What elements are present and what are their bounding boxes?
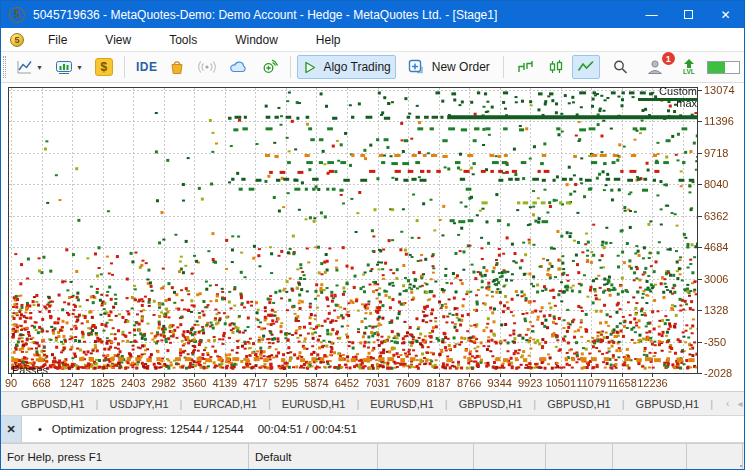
ide-label: IDE bbox=[136, 60, 158, 74]
y-tick-mark bbox=[698, 184, 702, 185]
menu-item-help[interactable]: Help bbox=[306, 30, 351, 50]
scroll-left-icon[interactable]: ◂ bbox=[737, 398, 742, 409]
menu-item-view[interactable]: View bbox=[95, 30, 141, 50]
close-button[interactable]: ✕ bbox=[707, 1, 744, 28]
tab-separator: | bbox=[445, 398, 448, 410]
profiles-icon bbox=[55, 59, 73, 75]
x-tick-label: 7609 bbox=[391, 377, 425, 389]
algo-trading-button[interactable]: Algo Trading bbox=[297, 55, 395, 79]
x-tick-label: 11079 bbox=[574, 377, 608, 389]
x-tick-label: 11658 bbox=[605, 377, 639, 389]
y-tick-mark bbox=[698, 121, 702, 122]
tab-eurcad-h1-2[interactable]: EURCAD,H1 bbox=[191, 396, 259, 412]
x-tick-label: 2403 bbox=[116, 377, 150, 389]
status-cell-2 bbox=[378, 444, 474, 469]
x-tick-label: 7031 bbox=[361, 377, 395, 389]
tab-gbpusd-h1-0[interactable]: GBPUSD,H1 bbox=[19, 396, 87, 412]
maximize-button[interactable] bbox=[670, 1, 707, 28]
x-tick-label: 10501 bbox=[544, 377, 578, 389]
user-account-button[interactable]: 1 bbox=[641, 55, 669, 79]
tab-usdjpy-h1-1[interactable]: USDJPY,H1 bbox=[107, 396, 170, 412]
tab-separator: | bbox=[622, 398, 625, 410]
optimization-scatter-canvas[interactable] bbox=[9, 88, 697, 373]
menu-item-tools[interactable]: Tools bbox=[159, 30, 207, 50]
x-tick-mark bbox=[500, 374, 501, 377]
x-tick-label: 5874 bbox=[299, 377, 333, 389]
toolbar: ▼ ▼ $ IDE bbox=[1, 52, 744, 83]
tab-gbpusd-h1-5[interactable]: GBPUSD,H1 bbox=[457, 396, 525, 412]
deposit-button[interactable]: $ bbox=[90, 55, 118, 79]
signals-button[interactable] bbox=[192, 55, 222, 79]
x-tick-label: 3560 bbox=[177, 377, 211, 389]
level-button[interactable]: LVL bbox=[678, 55, 700, 79]
x-tick-mark bbox=[225, 374, 226, 377]
title-bar: 5 5045719636 - MetaQuotes-Demo: Demo Acc… bbox=[1, 1, 744, 28]
community-plus-icon bbox=[261, 59, 279, 75]
legend-custom-max-line bbox=[638, 98, 697, 101]
menu-bar: 5 FileViewToolsWindowHelp bbox=[1, 28, 744, 52]
y-tick-mark bbox=[698, 153, 702, 154]
resize-grip[interactable] bbox=[740, 465, 742, 467]
status-cell-0: For Help, press F1 bbox=[1, 444, 249, 469]
candle-chart-icon bbox=[547, 59, 565, 75]
notification-badge: 1 bbox=[662, 52, 675, 65]
profiles-button[interactable]: ▼ bbox=[50, 55, 88, 79]
minimize-button[interactable]: — bbox=[633, 1, 670, 28]
tab-eurusd-h1-3[interactable]: EURUSD,H1 bbox=[280, 396, 348, 412]
journal-progress-row: ✕ • Optimization progress: 12544 / 12544… bbox=[1, 416, 744, 443]
x-tick-mark bbox=[469, 374, 470, 377]
menu-item-file[interactable]: File bbox=[38, 30, 77, 50]
community-button[interactable] bbox=[256, 55, 284, 79]
close-panel-button[interactable]: ✕ bbox=[1, 416, 22, 442]
ide-button[interactable]: IDE bbox=[131, 55, 163, 79]
candle-chart-button[interactable] bbox=[542, 55, 570, 79]
tab-eurusd-h1-4[interactable]: EURUSD,H1 bbox=[368, 396, 436, 412]
y-tick-label: 13074 bbox=[704, 84, 742, 96]
signals-icon bbox=[197, 59, 217, 75]
optimization-progress-text: Optimization progress: 12544 / 12544 bbox=[52, 423, 244, 435]
dollar-icon: $ bbox=[95, 58, 113, 76]
market-button[interactable] bbox=[164, 55, 190, 79]
x-tick-mark bbox=[316, 374, 317, 377]
x-tick-mark bbox=[133, 374, 134, 377]
x-tick-mark bbox=[103, 374, 104, 377]
new-order-icon bbox=[408, 59, 426, 75]
new-chart-button[interactable]: ▼ bbox=[11, 55, 48, 79]
x-tick-label: 4717 bbox=[238, 377, 272, 389]
x-tick-mark bbox=[561, 374, 562, 377]
tab-separator: | bbox=[180, 398, 183, 410]
x-tick-label: 4139 bbox=[208, 377, 242, 389]
tab-gbpusd-h1-7[interactable]: GBPUSD,H1 bbox=[634, 396, 702, 412]
connection-progress-fill bbox=[708, 62, 725, 73]
tick-chart-button[interactable] bbox=[512, 55, 540, 79]
scroll-first-icon[interactable]: ‹ bbox=[726, 398, 729, 409]
new-order-button[interactable]: New Order bbox=[403, 55, 495, 79]
toolbar-separator bbox=[124, 56, 125, 78]
cloud-button[interactable] bbox=[224, 55, 254, 79]
level-icon: LVL bbox=[683, 59, 695, 76]
y-tick-mark bbox=[698, 279, 702, 280]
tab-separator: | bbox=[710, 398, 713, 410]
x-tick-mark bbox=[42, 374, 43, 377]
tab-separator: | bbox=[356, 398, 359, 410]
y-tick-label: 4684 bbox=[704, 241, 742, 253]
new-order-label: New Order bbox=[432, 60, 490, 74]
x-tick-label: 8187 bbox=[422, 377, 456, 389]
x-tick-mark bbox=[164, 374, 165, 377]
x-tick-mark bbox=[11, 374, 12, 377]
y-tick-mark bbox=[698, 310, 702, 311]
menu-item-window[interactable]: Window bbox=[225, 30, 288, 50]
mt5-menu-logo-icon: 5 bbox=[10, 33, 24, 47]
search-button[interactable] bbox=[607, 55, 634, 79]
line-chart-button[interactable] bbox=[572, 55, 600, 79]
x-tick-label: 6452 bbox=[330, 377, 364, 389]
tab-gbpusd-h1-6[interactable]: GBPUSD,H1 bbox=[545, 396, 613, 412]
tab-items: GBPUSD,H1|USDJPY,H1|EURCAD,H1|EURUSD,H1|… bbox=[19, 396, 722, 412]
bullet-icon: • bbox=[38, 423, 42, 435]
chevron-down-icon: ▼ bbox=[36, 64, 43, 71]
x-tick-label: 668 bbox=[25, 377, 59, 389]
algo-trading-label: Algo Trading bbox=[323, 60, 390, 74]
toolbar-grip[interactable] bbox=[3, 56, 6, 78]
y-tick-label: 9718 bbox=[704, 147, 742, 159]
x-tick-label: 1247 bbox=[55, 377, 89, 389]
